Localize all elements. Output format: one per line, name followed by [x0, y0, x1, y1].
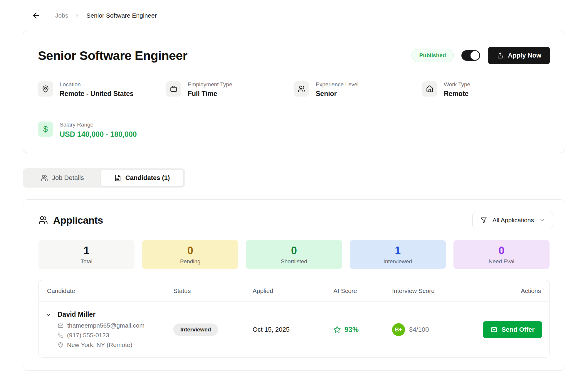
applicants-card: Applicants All Applications 1 Total 0 Pe… [23, 199, 565, 371]
salary-row: $ Salary Range USD 140,000 - 180,000 [38, 122, 550, 139]
stat-value: 0 [187, 245, 193, 257]
chevron-down-icon [539, 217, 545, 223]
file-text-icon [114, 174, 121, 181]
col-ai-score: AI Score [325, 280, 384, 301]
col-applied: Applied [244, 280, 325, 301]
stat-card: 0 Need Eval [453, 240, 550, 269]
candidate-location: New York, NY (Remote) [67, 341, 132, 348]
send-offer-button[interactable]: Send Offer [483, 321, 542, 338]
job-title: Senior Software Engineer [38, 48, 187, 63]
briefcase-icon [166, 81, 181, 97]
chevron-down-icon [45, 312, 52, 318]
stat-value: 0 [291, 245, 297, 257]
location-value: Remote - United States [60, 90, 134, 98]
col-candidate: Candidate [39, 280, 165, 301]
row-expand-button[interactable] [45, 311, 52, 318]
experience-level-label: Experience Level [316, 81, 359, 88]
experience-level-value: Senior [316, 90, 359, 98]
divider [38, 110, 550, 110]
breadcrumb-current: Senior Software Engineer [86, 12, 157, 19]
back-button[interactable] [32, 11, 41, 20]
tab-job-details-label: Job Details [52, 174, 84, 182]
tab-candidates[interactable]: Candidates (1) [100, 170, 184, 186]
job-header-card: Senior Software Engineer Published Apply… [23, 30, 565, 153]
work-type-value: Remote [444, 90, 470, 98]
interview-grade-badge: B+ [392, 323, 405, 336]
stat-label: Interviewed [384, 258, 412, 265]
arrow-left-icon [32, 11, 41, 20]
location-pin-icon [38, 81, 53, 97]
stat-value: 1 [84, 245, 90, 257]
phone-icon [58, 332, 63, 338]
breadcrumb: Jobs Senior Software Engineer [0, 0, 588, 20]
filter-label: All Applications [493, 217, 534, 224]
apply-now-label: Apply Now [508, 52, 541, 59]
job-info-grid: Location Remote - United States Employme… [38, 81, 550, 98]
location-pin-icon [58, 342, 63, 348]
employment-type-label: Employment Type [188, 81, 232, 88]
stat-card: 0 Shortlisted [246, 240, 342, 269]
applicants-title: Applicants [53, 215, 103, 226]
table-row: David Miller thameempn565@gmail.com (91 [39, 302, 549, 357]
info-employment-type: Employment Type Full Time [166, 81, 294, 98]
ai-score-value: 93% [345, 326, 359, 334]
applications-filter-dropdown[interactable]: All Applications [472, 212, 553, 228]
info-location: Location Remote - United States [38, 81, 166, 98]
mail-icon [58, 323, 64, 329]
stat-label: Need Eval [489, 258, 515, 265]
stats-row: 1 Total 0 Pending 0 Shortlisted 1 Interv… [35, 240, 553, 269]
breadcrumb-jobs[interactable]: Jobs [55, 12, 68, 19]
info-experience-level: Experience Level Senior [294, 81, 422, 98]
stat-card: 0 Pending [142, 240, 238, 269]
table-header: Candidate Status Applied AI Score Interv… [39, 280, 549, 302]
info-work-type: Work Type Remote [422, 81, 550, 98]
applied-date: Oct 15, 2025 [244, 326, 325, 333]
chevron-right-icon [75, 13, 80, 18]
stat-value: 0 [498, 245, 504, 257]
status-badge: Interviewed [173, 323, 218, 336]
stat-card: 1 Total [38, 240, 135, 269]
salary-label: Salary Range [60, 122, 137, 128]
salary-value: USD 140,000 - 180,000 [60, 130, 137, 139]
interview-score-value: 84/100 [409, 326, 429, 333]
stat-card: 1 Interviewed [350, 240, 446, 269]
tab-job-details[interactable]: Job Details [24, 170, 100, 186]
page: Jobs Senior Software Engineer Senior Sof… [0, 0, 588, 391]
users-icon [41, 174, 48, 181]
location-label: Location [60, 81, 134, 88]
star-icon [333, 326, 341, 333]
send-offer-label: Send Offer [502, 326, 535, 333]
col-interview-score: Interview Score [384, 280, 469, 301]
col-status: Status [165, 280, 244, 301]
tab-bar: Job Details Candidates (1) [23, 168, 185, 188]
toggle-knob [471, 51, 479, 60]
tab-candidates-label: Candidates (1) [125, 174, 170, 182]
mail-icon [490, 326, 498, 333]
stat-label: Total [81, 258, 93, 265]
apply-now-button[interactable]: Apply Now [488, 47, 550, 64]
candidate-phone: (917) 555-0123 [67, 332, 109, 339]
publish-toggle[interactable] [461, 50, 480, 61]
stat-label: Shortlisted [281, 258, 307, 265]
candidate-email: thameempn565@gmail.com [67, 322, 145, 329]
stat-value: 1 [395, 245, 401, 257]
col-actions: Actions [469, 280, 549, 301]
home-icon [422, 81, 437, 97]
candidates-table: Candidate Status Applied AI Score Interv… [38, 280, 550, 358]
users-icon [38, 215, 48, 225]
dollar-glyph: $ [43, 124, 48, 134]
dollar-sign-icon: $ [38, 122, 53, 137]
users-icon [294, 81, 309, 97]
stat-label: Pending [180, 258, 201, 265]
employment-type-value: Full Time [188, 90, 232, 98]
candidate-name: David Miller [58, 311, 145, 318]
filter-icon [480, 217, 487, 224]
work-type-label: Work Type [444, 81, 470, 88]
published-badge: Published [411, 49, 454, 62]
upload-icon [497, 52, 504, 59]
